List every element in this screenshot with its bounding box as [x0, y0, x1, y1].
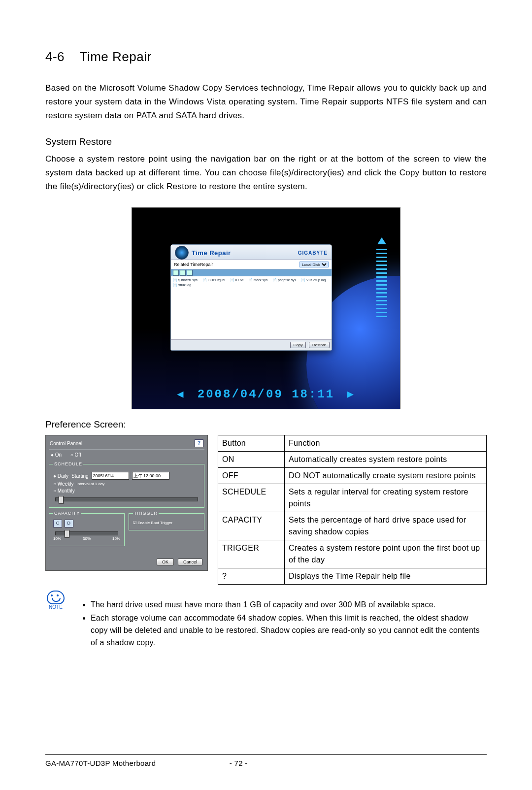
section-title: 4-6 Time Repair	[45, 49, 487, 65]
restore-keyword: Restore	[166, 182, 197, 191]
app-logo-icon	[175, 246, 189, 260]
capacity-legend: CAPACITY	[53, 511, 81, 516]
footer-model: GA-MA770T-UD3P Motherboard	[45, 759, 156, 767]
list-item: Each storage volume can accommodate 64 s…	[91, 612, 487, 649]
table-row: TRIGGERCreates a system restore point up…	[218, 540, 487, 568]
file-list-pane[interactable]: $ hiberfil.sys GHPCfg.ini ID.txt mark.sy…	[171, 276, 332, 339]
th-button: Button	[218, 435, 285, 452]
timeline-datetime: 2008/04/09 18:11	[198, 388, 334, 401]
file-item[interactable]: GHPCfg.ini	[202, 278, 225, 282]
sr-text-c: to restore the entire system.	[197, 182, 307, 191]
table-row: Button Function	[218, 435, 487, 452]
file-item[interactable]: VCSetup.log	[301, 278, 326, 282]
page-footer: GA-MA770T-UD3P Motherboard - 72 -	[45, 759, 487, 767]
drive-buttons[interactable]: C D	[53, 520, 120, 527]
timeline-bottom-nav[interactable]: ◀ 2008/04/09 18:11 ▶	[132, 388, 400, 401]
table-row: ?Displays the Time Repair help file	[218, 568, 487, 585]
file-item[interactable]: mark.sys	[248, 278, 267, 282]
table-row: SCHEDULESets a regular interval for crea…	[218, 484, 487, 512]
app-title: Time Repair	[192, 249, 295, 257]
brand-label: GIGABYTE	[298, 250, 328, 256]
toolbar-icon[interactable]	[180, 270, 186, 276]
drive-select[interactable]: Local Disk	[299, 262, 329, 267]
th-function: Function	[285, 435, 487, 452]
interval-label: Interval of 1 day	[76, 482, 104, 486]
pct-max: 30%	[83, 536, 91, 541]
pct-min: 10%	[53, 536, 61, 541]
table-row: OFFDO NOT automatically create system re…	[218, 468, 487, 484]
off-radio[interactable]: ○ Off	[70, 452, 81, 458]
function-table: Button Function ONAutomatically creates …	[218, 435, 487, 585]
monthly-radio[interactable]: ○ Monthly	[53, 488, 75, 494]
note-label: NOTE	[45, 604, 66, 610]
capacity-fieldset: CAPACITY C D 10% 30% 15%	[49, 511, 125, 546]
page-number: - 72 -	[156, 759, 321, 767]
timeline-vertical-nav[interactable]	[376, 237, 387, 356]
control-panel-label: Control Pannel	[50, 441, 82, 446]
help-button[interactable]: ?	[195, 439, 203, 447]
date-field[interactable]	[92, 472, 129, 480]
file-item[interactable]: ID.txt	[230, 278, 243, 282]
note-block: NOTE The hard drive used must have more …	[45, 591, 487, 658]
nav-prev-icon[interactable]: ◀	[173, 389, 189, 401]
table-row: ONAutomatically creates system restore p…	[218, 452, 487, 468]
schedule-slider[interactable]	[55, 497, 198, 501]
table-row: CAPACITYSets the percentage of hard driv…	[218, 512, 487, 540]
toolbar-icon[interactable]	[187, 270, 193, 276]
copy-button[interactable]: Copy	[290, 342, 306, 348]
time-repair-screenshot: Time Repair GIGABYTE Related TimeRepair …	[132, 207, 400, 409]
starting-label: Starting	[71, 473, 88, 479]
note-icon: NOTE	[45, 591, 66, 610]
capacity-slider[interactable]	[55, 531, 118, 535]
ok-button[interactable]: OK	[157, 559, 174, 565]
pct-value: 15%	[112, 536, 120, 541]
file-item[interactable]: $ hiberfil.sys	[173, 278, 198, 282]
boot-trigger-checkbox[interactable]: ☑ Enable Boot Trigger	[133, 521, 172, 525]
copy-keyword: Copy	[399, 168, 420, 177]
schedule-fieldset: SCHEDULE ● Daily Starting ○ Weekly Inter…	[49, 461, 204, 508]
schedule-legend: SCHEDULE	[53, 461, 83, 466]
trigger-fieldset: TRIGGER ☑ Enable Boot Trigger	[129, 511, 204, 530]
preference-dialog: Control Pannel ? ● On ○ Off SCHEDULE ● D…	[45, 435, 208, 571]
system-restore-paragraph: Choose a system restore point using the …	[45, 152, 487, 194]
note-list: The hard drive used must have more than …	[71, 598, 487, 650]
trigger-legend: TRIGGER	[133, 511, 159, 516]
nav-up-icon[interactable]	[377, 237, 386, 244]
on-radio[interactable]: ● On	[51, 452, 62, 458]
breadcrumb: Related TimeRepair	[174, 262, 213, 267]
preference-heading: Preference Screen:	[45, 419, 487, 430]
daily-radio[interactable]: ● Daily	[53, 473, 68, 479]
file-toolbar[interactable]	[171, 269, 332, 276]
time-repair-window: Time Repair GIGABYTE Related TimeRepair …	[170, 244, 332, 351]
list-item: The hard drive used must have more than …	[91, 598, 487, 611]
toolbar-icon[interactable]	[173, 270, 179, 276]
footer-divider	[45, 754, 487, 755]
file-item[interactable]: pagefile.sys	[272, 278, 296, 282]
restore-button[interactable]: Restore	[309, 342, 330, 348]
drive-d-button[interactable]: D	[65, 520, 73, 527]
section-name: Time Repair	[80, 49, 152, 64]
time-field[interactable]	[132, 472, 169, 480]
nav-next-icon[interactable]: ▶	[343, 389, 359, 401]
weekly-radio[interactable]: ○ Weekly	[53, 481, 73, 487]
section-number: 4-6	[45, 49, 65, 64]
drive-c-button[interactable]: C	[53, 520, 62, 527]
cancel-button[interactable]: Cancel	[178, 559, 202, 565]
file-item[interactable]: xnuz.log	[173, 283, 191, 287]
system-restore-heading: System Restore	[45, 136, 487, 147]
intro-paragraph: Based on the Microsoft Volume Shadow Cop…	[45, 81, 487, 123]
